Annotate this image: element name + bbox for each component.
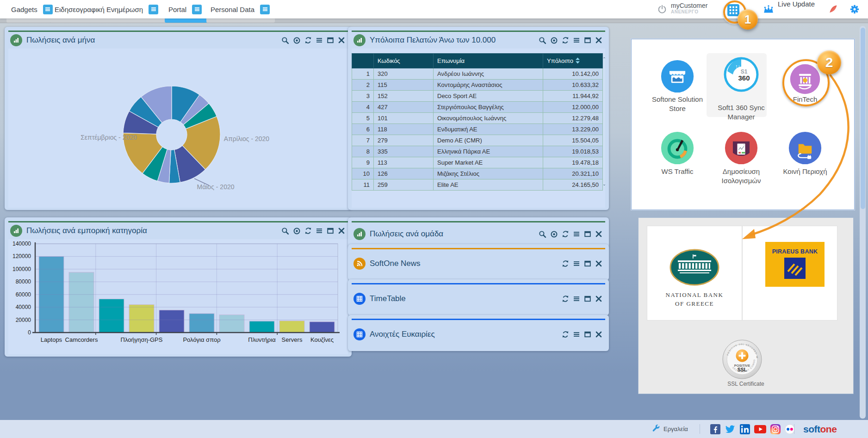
close-icon[interactable] <box>338 37 345 44</box>
table-row[interactable]: 8335Ελληνικά Πάρκα ΑΕ19.018,53 <box>352 146 603 157</box>
maximize-icon[interactable] <box>584 230 591 238</box>
settings-gear-icon[interactable] <box>849 4 860 23</box>
close-icon[interactable] <box>595 37 602 44</box>
tab-menu-icon[interactable] <box>192 5 202 14</box>
close-icon[interactable] <box>595 230 602 238</box>
table-row[interactable]: 10126Μιζάκης Στέλιος20.321,10 <box>352 168 603 179</box>
feather-icon[interactable] <box>827 4 838 22</box>
power-icon[interactable] <box>657 4 667 23</box>
search-icon[interactable] <box>281 37 289 44</box>
widget-actions <box>562 260 603 267</box>
eye-icon[interactable] <box>550 37 558 44</box>
s360-icon: ↑↓S1360 <box>723 86 760 94</box>
app-shared-folder[interactable] <box>770 131 840 167</box>
table-grid-icon <box>353 293 366 305</box>
refresh-icon[interactable] <box>562 37 569 44</box>
linkedin-icon[interactable] <box>740 424 750 434</box>
tab-portal[interactable]: Portal <box>168 0 202 19</box>
widget-title: Υπόλοιπα Πελατών Άνω των 10.000 <box>370 36 534 45</box>
maximize-icon[interactable] <box>584 295 591 302</box>
bar-chart: 020000400006000080000100000120000140000L… <box>8 239 348 354</box>
maximize-icon[interactable] <box>584 37 591 44</box>
twitter-icon[interactable] <box>725 424 736 434</box>
table-row[interactable]: 11259Elite AE24.165,50 <box>352 179 603 191</box>
instagram-icon[interactable] <box>770 424 781 434</box>
menu-icon[interactable] <box>573 331 580 338</box>
table-row[interactable]: 4427Στεργιόπουλος Βαγγέλης12.000,00 <box>352 102 603 113</box>
wrench-icon <box>651 424 660 434</box>
app-store[interactable] <box>643 59 712 95</box>
scroll-down-icon[interactable] <box>603 180 605 190</box>
refresh-icon[interactable] <box>304 227 312 234</box>
search-icon[interactable] <box>539 37 546 44</box>
menu-icon[interactable] <box>316 37 323 44</box>
piraeus-bank-logo[interactable]: PIRAEUS BANK <box>765 242 825 287</box>
tab-menu-icon[interactable] <box>260 5 270 14</box>
rss-icon <box>353 258 366 270</box>
tab-menu-icon[interactable] <box>43 5 53 14</box>
user-status: ΑΝΕΝΕΡΓΟ <box>671 9 707 14</box>
widget-customer-balances: Υπόλοιπα Πελατών Άνω των 10.000 ΚωδικόςΕ… <box>348 27 609 210</box>
maximize-icon[interactable] <box>327 227 334 234</box>
user-block[interactable]: myCustomer ΑΝΕΝΕΡΓΟ <box>671 2 707 21</box>
eye-icon[interactable] <box>550 230 558 238</box>
menu-icon[interactable] <box>573 37 580 44</box>
refresh-icon[interactable] <box>304 37 312 44</box>
col-code[interactable]: Κωδικός <box>374 54 434 68</box>
maximize-icon[interactable] <box>584 260 591 267</box>
softone-logo[interactable]: softone <box>803 420 837 438</box>
svg-text:Πλυντήρια: Πλυντήρια <box>248 336 276 343</box>
table-row[interactable]: 5101Οικονομόπουλος Ιωάννης12.279,48 <box>352 113 603 124</box>
live-update-icon[interactable] <box>763 5 775 23</box>
app-balance-sheet[interactable] <box>707 131 776 167</box>
search-icon[interactable] <box>281 227 289 235</box>
eye-icon[interactable] <box>293 37 301 44</box>
bank-card-nbg[interactable]: NATIONAL BANK OF GREECE <box>647 226 742 321</box>
table-row[interactable]: 1320Ανδρέου Ιωάννης10.142,00 <box>352 68 603 80</box>
page-scrollbar[interactable] <box>860 26 866 419</box>
app-s360[interactable]: ↑↓S1360 <box>707 56 776 95</box>
facebook-icon[interactable] <box>710 424 720 434</box>
tab-menu-icon[interactable] <box>149 5 158 14</box>
search-icon[interactable] <box>539 230 546 238</box>
page-scrollbar-thumb[interactable] <box>861 28 865 209</box>
refresh-icon[interactable] <box>562 230 569 238</box>
close-icon[interactable] <box>595 295 602 302</box>
table-row[interactable]: 3152Deco Sport AE11.944,92 <box>352 91 603 102</box>
close-icon[interactable] <box>595 260 602 267</box>
tab-gadgets[interactable]: Gadgets <box>11 0 53 19</box>
refresh-icon[interactable] <box>562 260 569 267</box>
youtube-icon[interactable] <box>754 425 766 434</box>
refresh-icon[interactable] <box>562 331 569 338</box>
live-update-label[interactable]: Live Update <box>778 0 815 19</box>
table-row[interactable]: 6118Ενδυματική ΑΕ13.229,00 <box>352 124 603 135</box>
scroll-up-icon[interactable] <box>603 53 605 62</box>
close-icon[interactable] <box>595 331 602 338</box>
table-row[interactable]: 2115Κοντομάρης Αναστάσιος10.633,32 <box>352 80 603 91</box>
tab-personal-data[interactable]: Personal Data <box>211 0 270 19</box>
close-icon[interactable] <box>338 227 345 234</box>
app-gauge[interactable] <box>643 131 712 167</box>
svg-text:SSL: SSL <box>738 367 747 372</box>
menu-icon[interactable] <box>573 230 580 238</box>
menu-icon[interactable] <box>316 227 323 234</box>
menu-icon[interactable] <box>573 295 580 302</box>
flickr-icon[interactable] <box>785 424 795 434</box>
col-balance[interactable]: Υπόλοιπο <box>543 54 603 68</box>
widget-title: Ανοιχτές Ευκαιρίες <box>370 330 558 339</box>
tools-button[interactable]: Εργαλεία <box>651 420 688 438</box>
tab-ειδησεογραφική-ενημέρωση[interactable]: Ειδησεογραφική Ενημέρωση <box>55 0 158 19</box>
menu-icon[interactable] <box>573 260 580 267</box>
tools-label: Εργαλεία <box>663 426 688 432</box>
col-name[interactable]: Επωνυμία <box>434 54 543 68</box>
table-row[interactable]: 9113Super Market AE19.478,18 <box>352 157 603 168</box>
eye-icon[interactable] <box>293 227 301 235</box>
maximize-icon[interactable] <box>327 37 334 44</box>
svg-text:Πλοήγηση-GPS: Πλοήγηση-GPS <box>121 336 163 343</box>
refresh-icon[interactable] <box>562 295 569 302</box>
table-scrollbar[interactable] <box>603 53 605 190</box>
maximize-icon[interactable] <box>584 331 591 338</box>
svg-text:Servers: Servers <box>282 336 303 343</box>
widget-sales-per-group: Πωλήσεις ανά ομάδα <box>348 217 609 248</box>
table-row[interactable]: 7279Demo AE (CMR)15.504,05 <box>352 135 603 146</box>
